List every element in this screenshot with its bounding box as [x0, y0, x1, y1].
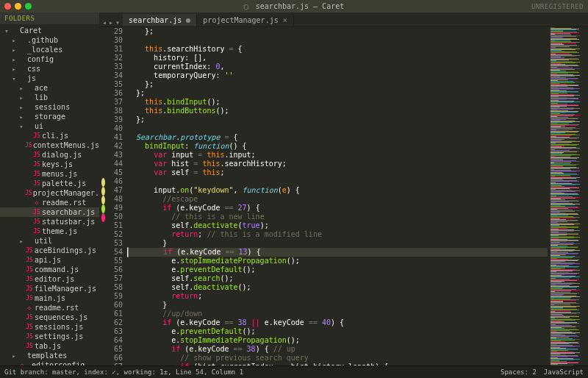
- code-line[interactable]: [127, 177, 548, 186]
- tree-file[interactable]: JSaceBindings.js: [0, 246, 99, 255]
- line-number[interactable]: 56: [107, 265, 127, 274]
- code-line[interactable]: this.searchHistory = {: [127, 45, 548, 54]
- tree-file[interactable]: JSsettings.js: [0, 332, 99, 341]
- tree-file[interactable]: JSmain.js: [0, 293, 99, 303]
- line-number-gutter[interactable]: 2930313233343536373839404142434445464748…: [107, 27, 127, 365]
- code-line[interactable]: //escape: [127, 195, 548, 204]
- line-number[interactable]: 55: [107, 257, 127, 265]
- code-line[interactable]: var hist = this.searchHistory;: [127, 160, 548, 168]
- code-line[interactable]: self.search();: [127, 274, 548, 283]
- code-line[interactable]: if (e.keyCode == 27) {: [127, 204, 548, 213]
- tree-file[interactable]: JSsearchbar.js: [0, 207, 99, 217]
- code-line[interactable]: return;: [127, 292, 548, 301]
- line-number[interactable]: 39: [107, 115, 127, 124]
- tab-menu-icon[interactable]: ▾: [115, 18, 120, 26]
- line-number[interactable]: 38: [107, 107, 127, 115]
- line-number[interactable]: 64: [107, 336, 127, 345]
- code-line[interactable]: self.deactivate();: [127, 283, 548, 292]
- code-line[interactable]: var self = this;: [127, 168, 548, 177]
- tree-file[interactable]: JStheme.js: [0, 227, 99, 236]
- line-number[interactable]: 65: [107, 345, 127, 354]
- tree-file[interactable]: ◇readme.rst: [0, 198, 99, 207]
- line-number[interactable]: 32: [107, 54, 127, 63]
- code-line[interactable]: if (e.keyCode == 38) { // up: [127, 345, 548, 354]
- tree-folder[interactable]: ▸.github: [0, 35, 99, 45]
- code-line[interactable]: // this is a new line: [127, 213, 548, 221]
- code-line[interactable]: e.stopImmediatePropagation();: [127, 336, 548, 345]
- tree-file[interactable]: JSeditor.js: [0, 274, 99, 284]
- code-line[interactable]: e.stopImmediatePropagation();: [127, 257, 548, 265]
- tab[interactable]: searchbar.js: [123, 14, 197, 26]
- code-line[interactable]: self.deactivate(true);: [127, 221, 548, 230]
- line-number[interactable]: 61: [107, 310, 127, 318]
- tree-file[interactable]: JSprojectManager.js: [0, 188, 99, 198]
- close-window-button[interactable]: [4, 3, 11, 10]
- line-number[interactable]: 46: [107, 177, 127, 186]
- tree-file[interactable]: JScontextMenus.js: [0, 140, 99, 150]
- line-number[interactable]: 41: [107, 133, 127, 142]
- code-line[interactable]: };: [127, 80, 548, 89]
- line-number[interactable]: 59: [107, 292, 127, 301]
- line-number[interactable]: 45: [107, 168, 127, 177]
- tree-folder[interactable]: ▸_locales: [0, 45, 99, 54]
- line-number[interactable]: 37: [107, 98, 127, 107]
- tree-file[interactable]: JSdialog.js: [0, 150, 99, 160]
- code-line[interactable]: }: [127, 301, 548, 310]
- code-line[interactable]: bindInput: function() {: [127, 142, 548, 151]
- code-line[interactable]: e.preventDefault();: [127, 327, 548, 336]
- line-number[interactable]: 58: [107, 283, 127, 292]
- line-number[interactable]: 35: [107, 80, 127, 89]
- tree-file[interactable]: JSfileManager.js: [0, 284, 99, 293]
- tree-file[interactable]: JSkeys.js: [0, 160, 99, 169]
- code-line[interactable]: };: [127, 27, 548, 36]
- tree-folder[interactable]: ▾ui: [0, 121, 99, 131]
- code-line[interactable]: history: [],: [127, 54, 548, 63]
- line-number[interactable]: 44: [107, 160, 127, 168]
- tree-file[interactable]: JSsequences.js: [0, 313, 99, 322]
- status-git[interactable]: Git branch: master, index: ✓, working: 1…: [4, 368, 243, 376]
- code-line[interactable]: };: [127, 115, 548, 124]
- tree-file[interactable]: JScli.js: [0, 131, 99, 140]
- tree-folder[interactable]: ▸css: [0, 64, 99, 74]
- tree-file[interactable]: JSpalette.js: [0, 179, 99, 188]
- code-line[interactable]: if (e.keyCode == 13) {: [127, 248, 548, 257]
- tab[interactable]: projectManager.js×: [197, 14, 293, 26]
- line-number[interactable]: 52: [107, 230, 127, 239]
- zoom-window-button[interactable]: [25, 3, 32, 10]
- tree-folder[interactable]: ▸templates: [0, 351, 99, 360]
- tree-folder[interactable]: ▾js: [0, 74, 99, 83]
- line-number[interactable]: 54: [107, 248, 127, 257]
- line-number[interactable]: 34: [107, 71, 127, 80]
- tree-folder[interactable]: ▸storage: [0, 112, 99, 121]
- tree-file[interactable]: JSsessions.js: [0, 322, 99, 332]
- code-line[interactable]: [127, 124, 548, 133]
- code-line[interactable]: [127, 36, 548, 45]
- code-line[interactable]: this.bindButtons();: [127, 107, 548, 115]
- status-indent[interactable]: Spaces: 2: [501, 368, 537, 376]
- tab-prev-icon[interactable]: ◂: [102, 18, 107, 26]
- code-line[interactable]: Searchbar.prototype = {: [127, 133, 548, 142]
- code-line[interactable]: }: [127, 239, 548, 248]
- status-language[interactable]: JavaScript: [544, 368, 584, 376]
- line-number[interactable]: 51: [107, 221, 127, 230]
- line-number[interactable]: 48: [107, 195, 127, 204]
- editor[interactable]: 2930313233343536373839404142434445464748…: [99, 27, 588, 365]
- line-number[interactable]: 30: [107, 36, 127, 45]
- code-line[interactable]: input.on("keydown", function(e) {: [127, 186, 548, 195]
- line-number[interactable]: 60: [107, 301, 127, 310]
- tab-next-icon[interactable]: ▸: [109, 18, 113, 26]
- code-line[interactable]: // show previous search query: [127, 354, 548, 363]
- code-line[interactable]: this.bindInput();: [127, 98, 548, 107]
- line-number[interactable]: 40: [107, 124, 127, 133]
- line-number[interactable]: 62: [107, 318, 127, 327]
- tree-folder[interactable]: ▾Caret: [0, 26, 99, 35]
- tree-folder[interactable]: ▸config: [0, 54, 99, 64]
- line-number[interactable]: 31: [107, 45, 127, 54]
- minimize-window-button[interactable]: [15, 3, 21, 10]
- line-number[interactable]: 50: [107, 213, 127, 221]
- close-tab-icon[interactable]: ×: [283, 16, 287, 24]
- line-number[interactable]: 33: [107, 63, 127, 71]
- tree-file[interactable]: ◇.editorconfig: [0, 360, 99, 365]
- code-line[interactable]: return; // this is a modified line: [127, 230, 548, 239]
- code-line[interactable]: //up/down: [127, 310, 548, 318]
